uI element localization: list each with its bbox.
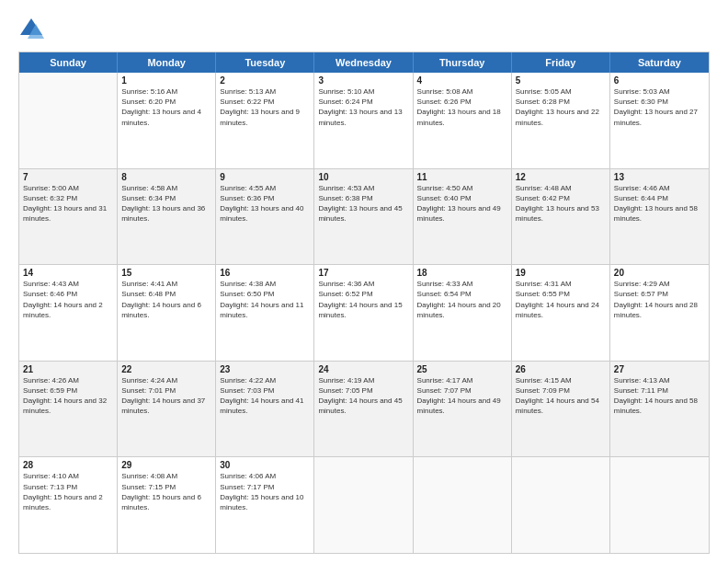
day-info: Sunrise: 4:38 AMSunset: 6:50 PMDaylight:… bbox=[220, 279, 310, 320]
calendar-header: SundayMondayTuesdayWednesdayThursdayFrid… bbox=[19, 52, 709, 73]
day-number: 1 bbox=[121, 75, 211, 86]
calendar-cell: 1 Sunrise: 5:16 AMSunset: 6:20 PMDayligh… bbox=[118, 73, 216, 168]
day-info: Sunrise: 4:48 AMSunset: 6:42 PMDaylight:… bbox=[516, 183, 606, 224]
day-number: 6 bbox=[614, 75, 705, 86]
calendar-cell: 27 Sunrise: 4:13 AMSunset: 7:11 PMDaylig… bbox=[610, 362, 709, 457]
calendar-cell: 26 Sunrise: 4:15 AMSunset: 7:09 PMDaylig… bbox=[512, 362, 610, 457]
calendar-cell: 25 Sunrise: 4:17 AMSunset: 7:07 PMDaylig… bbox=[414, 362, 512, 457]
header-day-sunday: Sunday bbox=[19, 52, 118, 73]
day-info: Sunrise: 4:43 AMSunset: 6:46 PMDaylight:… bbox=[23, 279, 113, 320]
calendar-cell: 21 Sunrise: 4:26 AMSunset: 6:59 PMDaylig… bbox=[19, 362, 118, 457]
day-number: 4 bbox=[417, 75, 507, 86]
logo bbox=[18, 17, 48, 42]
calendar-row-1: 7 Sunrise: 5:00 AMSunset: 6:32 PMDayligh… bbox=[19, 169, 709, 266]
calendar-body: 1 Sunrise: 5:16 AMSunset: 6:20 PMDayligh… bbox=[19, 73, 709, 553]
day-info: Sunrise: 4:17 AMSunset: 7:07 PMDaylight:… bbox=[417, 375, 507, 417]
day-info: Sunrise: 5:05 AMSunset: 6:28 PMDaylight:… bbox=[516, 86, 606, 128]
calendar-cell: 13 Sunrise: 4:46 AMSunset: 6:44 PMDaylig… bbox=[610, 169, 709, 265]
calendar-cell: 29 Sunrise: 4:08 AMSunset: 7:15 PMDaylig… bbox=[118, 457, 216, 553]
day-number: 27 bbox=[614, 364, 705, 374]
day-info: Sunrise: 5:16 AMSunset: 6:20 PMDaylight:… bbox=[121, 86, 211, 128]
day-info: Sunrise: 4:58 AMSunset: 6:34 PMDaylight:… bbox=[121, 183, 211, 224]
calendar-cell: 17 Sunrise: 4:36 AMSunset: 6:52 PMDaylig… bbox=[314, 265, 413, 361]
day-info: Sunrise: 4:06 AMSunset: 7:17 PMDaylight:… bbox=[220, 471, 310, 512]
calendar-cell: 20 Sunrise: 4:29 AMSunset: 6:57 PMDaylig… bbox=[610, 265, 709, 361]
day-number: 26 bbox=[516, 364, 606, 374]
calendar-cell bbox=[610, 457, 709, 553]
day-info: Sunrise: 5:10 AMSunset: 6:24 PMDaylight:… bbox=[318, 86, 408, 128]
calendar-cell: 11 Sunrise: 4:50 AMSunset: 6:40 PMDaylig… bbox=[414, 169, 512, 265]
calendar-row-3: 21 Sunrise: 4:26 AMSunset: 6:59 PMDaylig… bbox=[19, 362, 709, 458]
calendar-cell: 24 Sunrise: 4:19 AMSunset: 7:05 PMDaylig… bbox=[314, 362, 413, 457]
day-number: 2 bbox=[220, 75, 310, 86]
calendar-cell: 7 Sunrise: 5:00 AMSunset: 6:32 PMDayligh… bbox=[19, 169, 118, 265]
day-number: 13 bbox=[614, 172, 705, 182]
header-day-monday: Monday bbox=[118, 52, 216, 73]
header-day-saturday: Saturday bbox=[610, 52, 709, 73]
day-info: Sunrise: 4:41 AMSunset: 6:48 PMDaylight:… bbox=[121, 279, 211, 320]
day-number: 19 bbox=[516, 268, 606, 278]
day-number: 15 bbox=[121, 268, 211, 278]
calendar-cell: 6 Sunrise: 5:03 AMSunset: 6:30 PMDayligh… bbox=[610, 73, 709, 168]
day-number: 12 bbox=[516, 172, 606, 182]
header-day-friday: Friday bbox=[512, 52, 610, 73]
day-number: 5 bbox=[516, 75, 606, 86]
day-number: 30 bbox=[220, 460, 310, 470]
calendar-cell: 3 Sunrise: 5:10 AMSunset: 6:24 PMDayligh… bbox=[314, 73, 413, 168]
calendar-cell bbox=[414, 457, 512, 553]
day-number: 17 bbox=[318, 268, 408, 278]
calendar-cell: 16 Sunrise: 4:38 AMSunset: 6:50 PMDaylig… bbox=[216, 265, 314, 361]
day-number: 3 bbox=[318, 75, 408, 86]
day-number: 25 bbox=[417, 364, 507, 374]
day-info: Sunrise: 4:33 AMSunset: 6:54 PMDaylight:… bbox=[417, 279, 507, 320]
day-info: Sunrise: 4:15 AMSunset: 7:09 PMDaylight:… bbox=[516, 375, 606, 417]
calendar-cell: 15 Sunrise: 4:41 AMSunset: 6:48 PMDaylig… bbox=[118, 265, 216, 361]
calendar-cell bbox=[512, 457, 610, 553]
calendar-cell: 19 Sunrise: 4:31 AMSunset: 6:55 PMDaylig… bbox=[512, 265, 610, 361]
header bbox=[18, 17, 710, 42]
day-info: Sunrise: 5:03 AMSunset: 6:30 PMDaylight:… bbox=[614, 86, 705, 128]
logo-icon bbox=[18, 17, 44, 42]
day-number: 10 bbox=[318, 172, 408, 182]
day-number: 22 bbox=[121, 364, 211, 374]
page: SundayMondayTuesdayWednesdayThursdayFrid… bbox=[0, 0, 728, 563]
day-info: Sunrise: 4:31 AMSunset: 6:55 PMDaylight:… bbox=[516, 279, 606, 320]
calendar-cell: 5 Sunrise: 5:05 AMSunset: 6:28 PMDayligh… bbox=[512, 73, 610, 168]
header-day-thursday: Thursday bbox=[414, 52, 512, 73]
day-info: Sunrise: 4:29 AMSunset: 6:57 PMDaylight:… bbox=[614, 279, 705, 320]
day-info: Sunrise: 4:46 AMSunset: 6:44 PMDaylight:… bbox=[614, 183, 705, 224]
day-number: 11 bbox=[417, 172, 507, 182]
calendar-cell: 9 Sunrise: 4:55 AMSunset: 6:36 PMDayligh… bbox=[216, 169, 314, 265]
calendar-cell: 30 Sunrise: 4:06 AMSunset: 7:17 PMDaylig… bbox=[216, 457, 314, 553]
day-number: 16 bbox=[220, 268, 310, 278]
calendar-cell: 18 Sunrise: 4:33 AMSunset: 6:54 PMDaylig… bbox=[414, 265, 512, 361]
day-number: 23 bbox=[220, 364, 310, 374]
calendar-cell bbox=[314, 457, 413, 553]
day-number: 8 bbox=[121, 172, 211, 182]
day-info: Sunrise: 4:13 AMSunset: 7:11 PMDaylight:… bbox=[614, 375, 705, 417]
day-info: Sunrise: 5:00 AMSunset: 6:32 PMDaylight:… bbox=[23, 183, 113, 224]
day-info: Sunrise: 4:19 AMSunset: 7:05 PMDaylight:… bbox=[318, 375, 408, 417]
day-info: Sunrise: 4:26 AMSunset: 6:59 PMDaylight:… bbox=[23, 375, 113, 417]
day-info: Sunrise: 4:22 AMSunset: 7:03 PMDaylight:… bbox=[220, 375, 310, 417]
day-number: 24 bbox=[318, 364, 408, 374]
day-number: 20 bbox=[614, 268, 705, 278]
day-info: Sunrise: 4:24 AMSunset: 7:01 PMDaylight:… bbox=[121, 375, 211, 417]
day-number: 28 bbox=[23, 460, 113, 470]
day-info: Sunrise: 4:36 AMSunset: 6:52 PMDaylight:… bbox=[318, 279, 408, 320]
day-number: 9 bbox=[220, 172, 310, 182]
day-info: Sunrise: 4:08 AMSunset: 7:15 PMDaylight:… bbox=[121, 471, 211, 512]
calendar-cell: 8 Sunrise: 4:58 AMSunset: 6:34 PMDayligh… bbox=[118, 169, 216, 265]
day-number: 21 bbox=[23, 364, 113, 374]
calendar-row-2: 14 Sunrise: 4:43 AMSunset: 6:46 PMDaylig… bbox=[19, 265, 709, 362]
calendar-cell: 28 Sunrise: 4:10 AMSunset: 7:13 PMDaylig… bbox=[19, 457, 118, 553]
day-info: Sunrise: 4:55 AMSunset: 6:36 PMDaylight:… bbox=[220, 183, 310, 224]
calendar-cell: 2 Sunrise: 5:13 AMSunset: 6:22 PMDayligh… bbox=[216, 73, 314, 168]
day-number: 18 bbox=[417, 268, 507, 278]
day-info: Sunrise: 4:10 AMSunset: 7:13 PMDaylight:… bbox=[23, 471, 113, 512]
calendar-row-4: 28 Sunrise: 4:10 AMSunset: 7:13 PMDaylig… bbox=[19, 457, 709, 553]
calendar-cell: 12 Sunrise: 4:48 AMSunset: 6:42 PMDaylig… bbox=[512, 169, 610, 265]
day-info: Sunrise: 4:50 AMSunset: 6:40 PMDaylight:… bbox=[417, 183, 507, 224]
calendar-cell: 22 Sunrise: 4:24 AMSunset: 7:01 PMDaylig… bbox=[118, 362, 216, 457]
calendar-cell: 4 Sunrise: 5:08 AMSunset: 6:26 PMDayligh… bbox=[414, 73, 512, 168]
